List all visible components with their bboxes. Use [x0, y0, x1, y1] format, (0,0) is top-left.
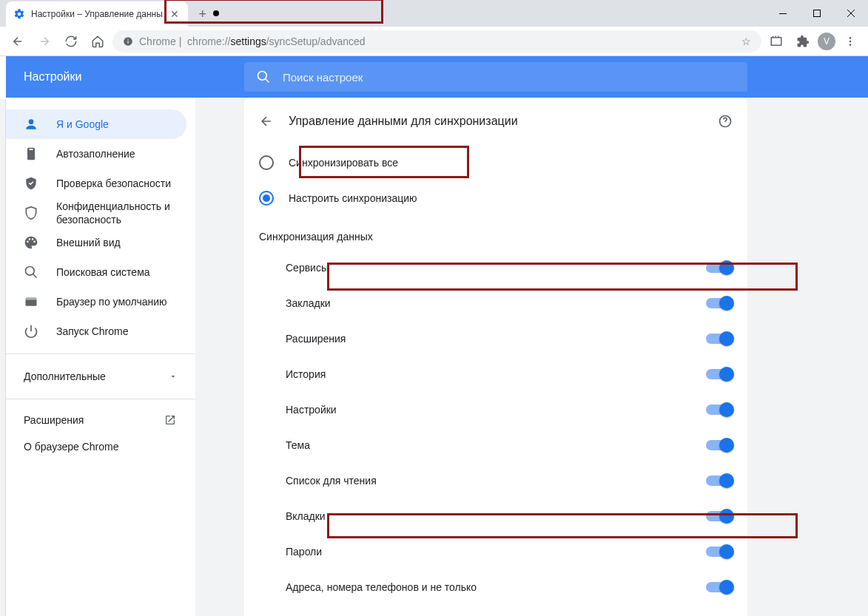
toggle-bookmarks: Закладки	[244, 285, 747, 321]
toggle-switch[interactable]	[706, 334, 733, 344]
svg-rect-12	[26, 297, 37, 299]
main-layout: Я и Google Автозаполнение Проверка безоп…	[6, 98, 868, 616]
svg-rect-1	[814, 10, 821, 17]
sidebar-item-you-and-google[interactable]: Я и Google	[6, 109, 186, 139]
toggle-switch[interactable]	[706, 475, 733, 486]
close-window-button[interactable]	[834, 0, 868, 27]
svg-rect-4	[127, 38, 128, 39]
settings-sidebar: Я и Google Автозаполнение Проверка безоп…	[6, 98, 195, 616]
toggle-switch[interactable]	[706, 440, 733, 450]
browser-icon	[24, 294, 38, 309]
search-icon	[256, 70, 271, 84]
toggle-tabs: Вкладки	[244, 498, 747, 534]
page-title: Управление данными для синхронизации	[289, 115, 518, 128]
toggle-switch[interactable]	[706, 405, 733, 415]
external-link-icon	[164, 414, 176, 426]
account-indicator-icon	[213, 10, 219, 16]
toggle-passwords: Пароли	[244, 534, 747, 569]
sidebar-item-search[interactable]: Поисковая система	[6, 257, 186, 287]
svg-point-9	[29, 119, 34, 124]
svg-point-7	[850, 44, 852, 46]
browser-tab[interactable]: Настройки – Управление данны ✕	[6, 1, 188, 27]
toggle-switch[interactable]	[706, 298, 733, 308]
url-text: Chrome | chrome:// settings /syncSetup/a…	[139, 35, 366, 47]
home-button[interactable]	[86, 30, 110, 53]
svg-point-8	[258, 72, 267, 81]
toggle-switch[interactable]	[706, 263, 733, 273]
sidebar-divider	[6, 353, 195, 354]
sidebar-about-link[interactable]: О браузере Chrome	[6, 433, 195, 460]
toggle-apps: Сервисы	[244, 250, 747, 285]
search-placeholder: Поиск настроек	[283, 71, 363, 84]
svg-point-10	[26, 267, 35, 276]
background-sliver	[0, 99, 6, 616]
address-bar[interactable]: Chrome | chrome:// settings /syncSetup/a…	[112, 30, 761, 53]
page-header: Управление данными для синхронизации	[244, 98, 747, 145]
toggle-switch[interactable]	[706, 582, 733, 592]
radio-checked-icon	[259, 191, 274, 206]
sidebar-item-autofill[interactable]: Автозаполнение	[6, 139, 186, 169]
toggle-theme: Тема	[244, 427, 747, 463]
puzzle-icon[interactable]	[791, 30, 815, 53]
content-area: Управление данными для синхронизации Син…	[195, 98, 868, 616]
toggle-switch[interactable]	[706, 369, 733, 379]
settings-title: Настройки	[6, 70, 244, 84]
toggle-extensions: Расширения	[244, 321, 747, 356]
sidebar-extensions-link[interactable]: Расширения	[6, 407, 195, 433]
sidebar-advanced[interactable]: Дополнительные	[6, 362, 195, 391]
new-tab-button[interactable]: +	[192, 4, 213, 24]
menu-button[interactable]	[838, 30, 862, 53]
toggle-history: История	[244, 356, 747, 392]
forward-button[interactable]	[33, 30, 56, 53]
sidebar-item-privacy[interactable]: Конфиденциальность и безопасность	[6, 198, 186, 228]
toggle-switch[interactable]	[706, 511, 733, 521]
shield-icon	[24, 206, 38, 220]
search-icon	[24, 265, 38, 280]
sidebar-item-safety[interactable]: Проверка безопасности	[6, 169, 186, 198]
person-icon	[24, 117, 38, 132]
svg-point-5	[850, 37, 852, 39]
radio-customize-sync[interactable]: Настроить синхронизацию	[244, 180, 747, 216]
sidebar-item-startup[interactable]: Запуск Chrome	[6, 317, 186, 346]
window-controls	[766, 0, 868, 27]
gear-icon	[13, 8, 25, 20]
power-icon	[24, 324, 38, 339]
toggle-reading-list: Список для чтения	[244, 463, 747, 498]
chevron-down-icon	[169, 372, 178, 381]
shield-check-icon	[24, 176, 38, 191]
settings-header: Настройки Поиск настроек	[6, 56, 868, 98]
browser-toolbar: Chrome | chrome:// settings /syncSetup/a…	[0, 27, 868, 56]
sidebar-item-default-browser[interactable]: Браузер по умолчанию	[6, 287, 186, 317]
help-icon[interactable]	[718, 114, 733, 129]
back-button[interactable]	[6, 30, 30, 53]
svg-point-6	[850, 40, 852, 42]
content-card: Управление данными для синхронизации Син…	[244, 98, 747, 616]
toggle-addresses: Адреса, номера телефонов и не только	[244, 569, 747, 605]
section-title: Синхронизация данных	[244, 216, 747, 250]
profile-avatar[interactable]: V	[818, 33, 835, 50]
back-arrow-icon[interactable]	[259, 114, 274, 129]
toggle-settings: Настройки	[244, 392, 747, 427]
site-info-icon[interactable]	[123, 36, 133, 47]
search-settings-input[interactable]: Поиск настроек	[244, 62, 747, 92]
close-icon[interactable]: ✕	[169, 8, 181, 20]
svg-rect-3	[127, 40, 128, 43]
palette-icon	[24, 235, 38, 250]
radio-unchecked-icon	[259, 155, 274, 170]
sidebar-item-appearance[interactable]: Внешний вид	[6, 228, 186, 257]
clipboard-icon	[24, 146, 38, 161]
svg-rect-0	[779, 13, 787, 14]
bookmark-star-icon[interactable]: ☆	[741, 35, 751, 47]
sidebar-divider	[6, 399, 195, 399]
window-titlebar: Настройки – Управление данны ✕ +	[0, 0, 868, 27]
radio-sync-all[interactable]: Синхронизировать все	[244, 145, 747, 180]
tab-title: Настройки – Управление данны	[31, 9, 163, 19]
toggle-switch[interactable]	[706, 546, 733, 557]
maximize-button[interactable]	[800, 0, 834, 27]
extensions-button[interactable]	[764, 30, 788, 53]
minimize-button[interactable]	[766, 0, 800, 27]
reload-button[interactable]	[59, 30, 83, 53]
